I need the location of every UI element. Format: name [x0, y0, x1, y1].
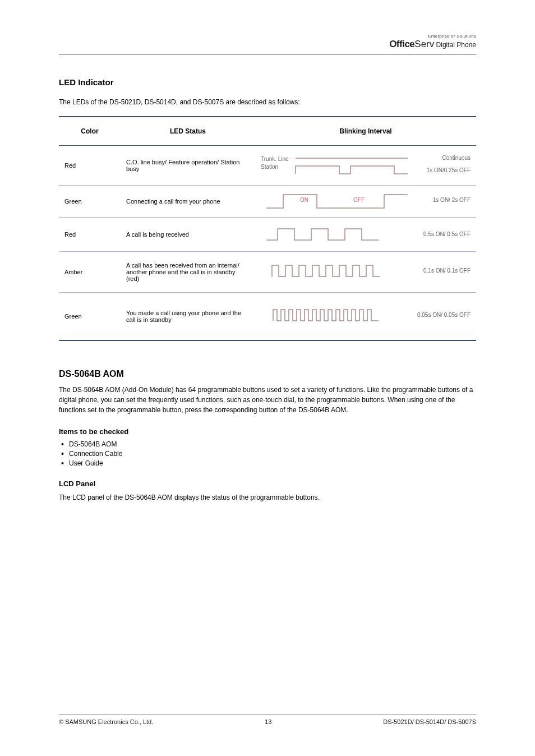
- list-item: User Guide: [69, 459, 476, 467]
- table-row: Green You made a call using your phone a…: [59, 293, 476, 341]
- col-status: LED Status: [121, 117, 255, 146]
- brand-office: Office: [389, 39, 414, 49]
- cell-status: C.O. line busy/ Feature operation/ Stati…: [121, 146, 255, 186]
- table-row: Amber A call has been received from an i…: [59, 252, 476, 293]
- waveform-icon: [261, 223, 463, 243]
- brand-tagline: Enterprise IP Solutions: [59, 34, 476, 39]
- brand-product: Digital Phone: [434, 41, 476, 49]
- brand-serv: Serv: [414, 39, 434, 49]
- lcd-heading: LCD Panel: [59, 480, 476, 488]
- table-row: Red A call is being received 0.5s ON/ 0.…: [59, 218, 476, 252]
- waveform-icon: [261, 257, 463, 282]
- wave-diagram: 0.05s ON/ 0.05s OFF: [261, 298, 471, 334]
- addon-description: The DS-5064B AOM (Add-On Module) has 64 …: [59, 385, 476, 415]
- led-table: Color LED Status Blinking Interval Red C…: [59, 116, 476, 341]
- table-row: Red C.O. line busy/ Feature operation/ S…: [59, 146, 476, 186]
- footer-model: DS-5021D/ DS-5014D/ DS-5007S: [383, 718, 476, 725]
- cell-color: Amber: [59, 252, 121, 293]
- addon-title: DS-5064B AOM: [59, 369, 476, 379]
- footer-copyright: © SAMSUNG Electronics Co., Ltd.: [59, 718, 153, 725]
- cell-wave: 0.05s ON/ 0.05s OFF: [255, 293, 476, 341]
- cell-color: Green: [59, 186, 121, 218]
- cell-status: You made a call using your phone and the…: [121, 293, 255, 341]
- lcd-text: The LCD panel of the DS-5064B AOM displa…: [59, 492, 476, 503]
- table-header-row: Color LED Status Blinking Interval: [59, 117, 476, 146]
- cell-color: Green: [59, 293, 121, 341]
- cell-color: Red: [59, 218, 121, 252]
- cell-status: A call is being received: [121, 218, 255, 252]
- cell-wave: 1s ON/ 2s OFF ON OFF: [255, 186, 476, 218]
- waveform-icon: [261, 298, 463, 330]
- waveform-icon: [261, 151, 463, 177]
- cell-status: A call has been received from an interna…: [121, 252, 255, 293]
- wave-diagram: 1s ON/ 2s OFF ON OFF: [261, 191, 471, 211]
- col-interval: Blinking Interval: [255, 117, 476, 146]
- wave-diagram: Trunk. Line Station Continuous 1s ON/0.2…: [261, 151, 471, 179]
- brand-logo: OfficeServ Digital Phone: [59, 39, 476, 50]
- cell-status: Connecting a call from your phone: [121, 186, 255, 218]
- brand-header: Enterprise IP Solutions OfficeServ Digit…: [59, 34, 476, 55]
- items-list: DS-5064B AOM Connection Cable User Guide: [59, 440, 476, 467]
- section-title: LED Indicator: [59, 77, 476, 87]
- waveform-icon: [261, 191, 463, 210]
- cell-wave: 0.5s ON/ 0.5s OFF: [255, 218, 476, 252]
- wave-diagram: 0.5s ON/ 0.5s OFF: [261, 223, 471, 246]
- cell-wave: Trunk. Line Station Continuous 1s ON/0.2…: [255, 146, 476, 186]
- cell-wave: 0.1s ON/ 0.1s OFF: [255, 252, 476, 293]
- page-footer: © SAMSUNG Electronics Co., Ltd. 13 DS-50…: [59, 714, 476, 725]
- footer-page: 13: [265, 718, 271, 725]
- table-row: Green Connecting a call from your phone …: [59, 186, 476, 218]
- section-note: The LEDs of the DS-5021D, DS-5014D, and …: [59, 98, 476, 106]
- col-color: Color: [59, 117, 121, 146]
- items-heading: Items to be checked: [59, 427, 476, 436]
- wave-diagram: 0.1s ON/ 0.1s OFF: [261, 257, 471, 287]
- list-item: Connection Cable: [69, 450, 476, 458]
- list-item: DS-5064B AOM: [69, 440, 476, 448]
- cell-color: Red: [59, 146, 121, 186]
